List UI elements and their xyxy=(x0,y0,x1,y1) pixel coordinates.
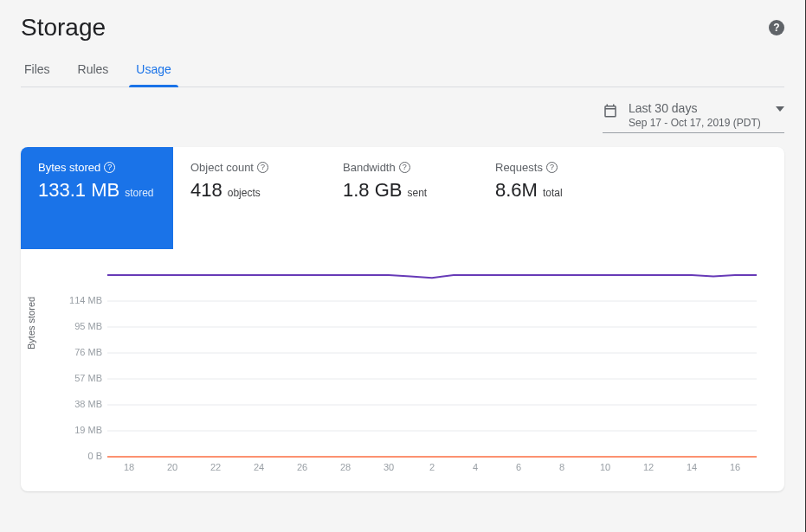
svg-text:76 MB: 76 MB xyxy=(74,347,102,357)
metric-value: 133.1 MB xyxy=(38,179,119,202)
svg-text:4: 4 xyxy=(473,462,478,472)
usage-card: Bytes stored ? 133.1 MB stored Object co… xyxy=(21,147,784,491)
svg-text:28: 28 xyxy=(340,462,351,472)
info-icon[interactable]: ? xyxy=(104,162,115,173)
help-icon[interactable]: ? xyxy=(769,20,784,35)
svg-text:26: 26 xyxy=(297,462,307,472)
info-icon[interactable]: ? xyxy=(257,162,268,173)
usage-chart: 0 B19 MB38 MB57 MB76 MB95 MB114 MB182022… xyxy=(55,266,765,483)
date-range-value: Sep 17 - Oct 17, 2019 (PDT) xyxy=(629,117,765,129)
tabs: Files Rules Usage xyxy=(21,62,784,87)
metric-bytes-stored[interactable]: Bytes stored ? 133.1 MB stored xyxy=(21,147,173,249)
svg-text:6: 6 xyxy=(516,462,521,472)
svg-text:20: 20 xyxy=(167,462,177,472)
svg-text:14: 14 xyxy=(687,462,697,472)
svg-text:57 MB: 57 MB xyxy=(74,373,102,383)
svg-text:10: 10 xyxy=(600,462,610,472)
metric-suffix: sent xyxy=(407,187,427,199)
metric-title-label: Object count xyxy=(190,161,254,174)
date-range-label: Last 30 days xyxy=(629,101,765,115)
calendar-icon xyxy=(603,103,618,119)
chart-y-axis-label: Bytes stored xyxy=(26,297,36,349)
metric-suffix: stored xyxy=(125,187,153,199)
svg-text:12: 12 xyxy=(643,462,654,472)
metric-suffix: objects xyxy=(228,187,261,199)
metric-title-label: Bytes stored xyxy=(38,161,100,174)
metric-object-count[interactable]: Object count ? 418 objects xyxy=(173,147,326,249)
metrics-row: Bytes stored ? 133.1 MB stored Object co… xyxy=(21,147,784,249)
metric-value: 8.6M xyxy=(495,179,538,202)
svg-text:19 MB: 19 MB xyxy=(74,425,102,435)
svg-text:114 MB: 114 MB xyxy=(69,295,102,305)
svg-text:38 MB: 38 MB xyxy=(74,399,102,409)
svg-text:16: 16 xyxy=(730,462,740,472)
metric-title-label: Bandwidth xyxy=(343,161,396,174)
svg-text:95 MB: 95 MB xyxy=(74,321,102,331)
metric-suffix: total xyxy=(543,187,563,199)
tab-usage[interactable]: Usage xyxy=(132,62,174,87)
metric-title-label: Requests xyxy=(495,161,543,174)
page-title: Storage xyxy=(21,14,106,42)
svg-text:18: 18 xyxy=(124,462,134,472)
tab-files[interactable]: Files xyxy=(21,62,54,87)
chevron-down-icon xyxy=(776,105,784,113)
svg-text:24: 24 xyxy=(254,462,264,472)
tab-rules[interactable]: Rules xyxy=(74,62,113,87)
chart-area: Bytes stored 0 B19 MB38 MB57 MB76 MB95 M… xyxy=(21,249,784,491)
metric-value: 418 xyxy=(190,179,222,202)
metric-value: 1.8 GB xyxy=(343,179,402,202)
svg-text:2: 2 xyxy=(429,462,435,472)
metric-bandwidth[interactable]: Bandwidth ? 1.8 GB sent xyxy=(326,147,478,249)
svg-text:8: 8 xyxy=(559,462,564,472)
svg-text:22: 22 xyxy=(210,462,221,472)
svg-text:30: 30 xyxy=(384,462,394,472)
info-icon[interactable]: ? xyxy=(546,162,558,173)
date-range-picker[interactable]: Last 30 days Sep 17 - Oct 17, 2019 (PDT) xyxy=(603,101,784,133)
metric-requests[interactable]: Requests ? 8.6M total xyxy=(478,147,630,249)
info-icon[interactable]: ? xyxy=(399,162,410,173)
svg-text:0 B: 0 B xyxy=(87,451,102,461)
